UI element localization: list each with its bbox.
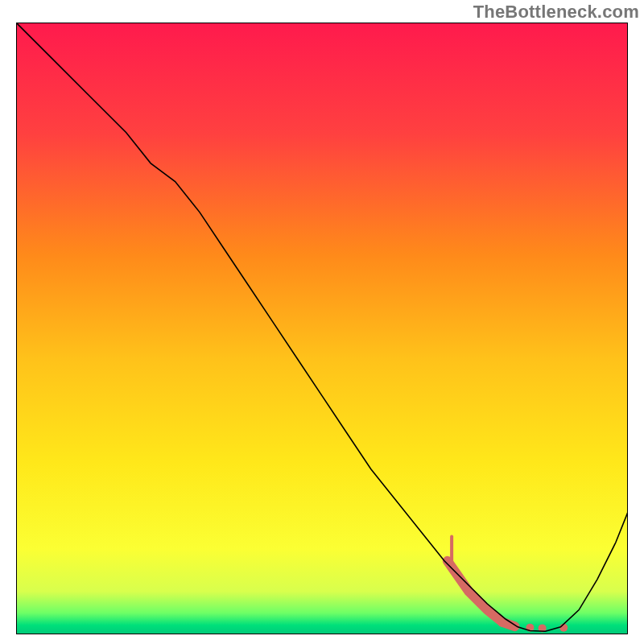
- plot-area: [16, 23, 628, 634]
- chart-root: TheBottleneck.com: [0, 0, 644, 644]
- chart-svg: [16, 23, 628, 634]
- watermark-text: TheBottleneck.com: [473, 2, 639, 23]
